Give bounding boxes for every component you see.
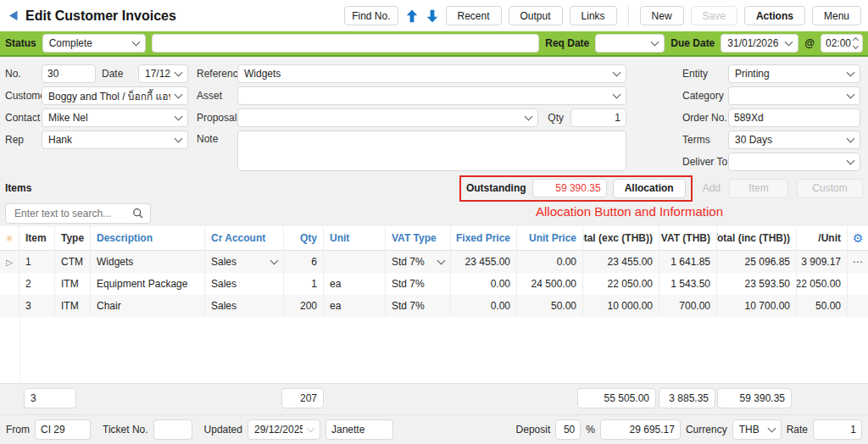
actions-button[interactable]: Actions: [744, 6, 805, 25]
add-custom-button[interactable]: Custom: [797, 179, 863, 198]
cell-unit[interactable]: ea: [324, 273, 386, 295]
chevron-down-icon: [175, 113, 183, 121]
cell-description[interactable]: Equipment Package: [91, 273, 205, 295]
annotation-text: Allocation Button and Information: [536, 204, 723, 219]
deliver-to-select[interactable]: [728, 153, 860, 171]
cell-vat-type-select[interactable]: Std 7%: [386, 251, 451, 273]
col-header-per-unit: /Unit: [797, 226, 848, 250]
col-header-item: Item: [19, 226, 55, 250]
recent-button[interactable]: Recent: [446, 6, 502, 25]
outstanding-amount-field[interactable]: 59 390.35: [532, 179, 607, 197]
cell-unit[interactable]: [324, 251, 386, 273]
cell-unit-price[interactable]: 50.00: [517, 295, 583, 317]
customer-select[interactable]: Boggy and Thol / บ็อกกี้ แอนด์ โหล (: [42, 86, 188, 105]
cell-item[interactable]: 2: [19, 273, 55, 295]
proposal-qty-input[interactable]: [570, 108, 626, 127]
col-header-vat: VAT (THB): [659, 226, 717, 250]
from-input[interactable]: [35, 419, 91, 440]
cell-cr-account-select[interactable]: Sales: [205, 251, 284, 273]
chevron-down-icon: [131, 38, 140, 47]
invoice-header-form: No. Date 17/12/2025 Customer Boggy and T…: [0, 57, 868, 174]
output-button[interactable]: Output: [509, 6, 563, 25]
cell-type[interactable]: ITM: [55, 295, 91, 317]
cell-type[interactable]: CTM: [55, 251, 91, 273]
next-record-icon[interactable]: [426, 9, 439, 23]
items-search-input[interactable]: [13, 207, 132, 220]
cell-unit-price[interactable]: 0.00: [517, 251, 583, 273]
previous-record-icon[interactable]: [405, 9, 419, 23]
percent-label: %: [586, 424, 595, 436]
cell-cr-account[interactable]: Sales: [205, 273, 284, 295]
chevron-down-icon: [613, 69, 621, 77]
ticket-no-label: Ticket No.: [103, 424, 148, 436]
cell-vat-type[interactable]: Std 7%: [386, 273, 451, 295]
cell-qty[interactable]: 200: [284, 295, 324, 317]
cell-unit[interactable]: ea: [324, 295, 386, 317]
search-icon: [132, 208, 143, 219]
chevron-down-icon: [613, 91, 621, 99]
status-note-input[interactable]: [152, 34, 540, 53]
items-table: Item Type Description Cr Account Qty Uni…: [0, 226, 868, 383]
status-select[interactable]: Complete: [42, 34, 146, 53]
cell-item[interactable]: 1: [19, 251, 55, 273]
cell-fixed-price[interactable]: 0.00: [451, 273, 517, 295]
links-button[interactable]: Links: [570, 6, 617, 25]
req-date-select[interactable]: [595, 34, 665, 53]
row-menu-icon[interactable]: ⋯: [853, 256, 864, 268]
asset-label: Asset: [197, 90, 237, 102]
cell-fixed-price[interactable]: 23 455.00: [451, 251, 517, 273]
note-textarea[interactable]: [237, 130, 626, 171]
deposit-amount-input[interactable]: [600, 419, 681, 440]
find-no-button[interactable]: Find No.: [344, 6, 398, 25]
cell-description[interactable]: Chair: [91, 295, 205, 317]
save-button[interactable]: Save: [691, 6, 737, 25]
invoice-no-input[interactable]: [42, 64, 96, 83]
cell-vat-type[interactable]: Std 7%: [386, 295, 451, 317]
gear-icon[interactable]: ⚙: [853, 231, 864, 245]
time-stepper[interactable]: [854, 38, 858, 48]
new-button[interactable]: New: [640, 6, 684, 25]
rep-select[interactable]: Hank: [42, 130, 188, 149]
currency-select[interactable]: THB: [732, 419, 782, 440]
ticket-no-input[interactable]: [153, 419, 192, 440]
rep-label: Rep: [5, 134, 42, 146]
add-item-button[interactable]: Item: [729, 179, 788, 198]
proposal-select[interactable]: [237, 108, 538, 127]
status-bar: Status Complete Req Date Due Date 31/01/…: [0, 31, 868, 57]
cell-description[interactable]: Widgets: [91, 251, 205, 273]
chevron-down-icon: [307, 425, 315, 433]
allocation-button[interactable]: Allocation: [613, 179, 686, 198]
back-icon[interactable]: [8, 10, 18, 21]
contact-label: Contact: [5, 112, 42, 124]
date-select[interactable]: 17/12/2025: [138, 64, 188, 83]
cell-item[interactable]: 3: [19, 295, 55, 317]
category-select[interactable]: [728, 86, 860, 105]
updated-by-input[interactable]: [326, 419, 393, 440]
cell-qty[interactable]: 1: [284, 273, 324, 295]
order-no-input[interactable]: [728, 108, 860, 127]
cell-type[interactable]: ITM: [55, 273, 91, 295]
entity-select[interactable]: Printing: [728, 64, 860, 83]
contact-select[interactable]: Mike Nel: [42, 108, 188, 127]
cell-total-exc: 10 000.00: [583, 295, 659, 317]
col-header-cr-account: Cr Account: [205, 226, 284, 250]
items-search-box[interactable]: [5, 203, 151, 224]
asset-select[interactable]: [237, 86, 626, 105]
col-header-fixed-price: Fixed Price: [451, 226, 517, 250]
menu-button[interactable]: Menu: [812, 6, 861, 25]
rate-label: Rate: [787, 424, 808, 436]
updated-label: Updated: [204, 424, 242, 436]
cell-cr-account[interactable]: Sales: [205, 295, 284, 317]
terms-select[interactable]: 30 Days: [728, 130, 860, 149]
updated-date-select[interactable]: 29/12/2025: [248, 419, 320, 440]
due-date-select[interactable]: 31/01/2026: [721, 34, 798, 53]
table-row: 3 ITM Chair Sales 200 ea Std 7% 0.00 50.…: [0, 295, 868, 317]
deposit-percent-input[interactable]: [555, 419, 581, 440]
cell-qty[interactable]: 6: [284, 251, 324, 273]
cell-fixed-price[interactable]: 0.00: [451, 295, 517, 317]
due-time-input[interactable]: 02:00: [821, 34, 863, 53]
cell-unit-price[interactable]: 24 500.00: [517, 273, 583, 295]
reference-select[interactable]: Widgets: [237, 64, 626, 83]
rate-input[interactable]: [813, 419, 862, 440]
edit-customer-invoices-window: Edit Customer Invoices Find No. Recent O…: [0, 0, 868, 444]
